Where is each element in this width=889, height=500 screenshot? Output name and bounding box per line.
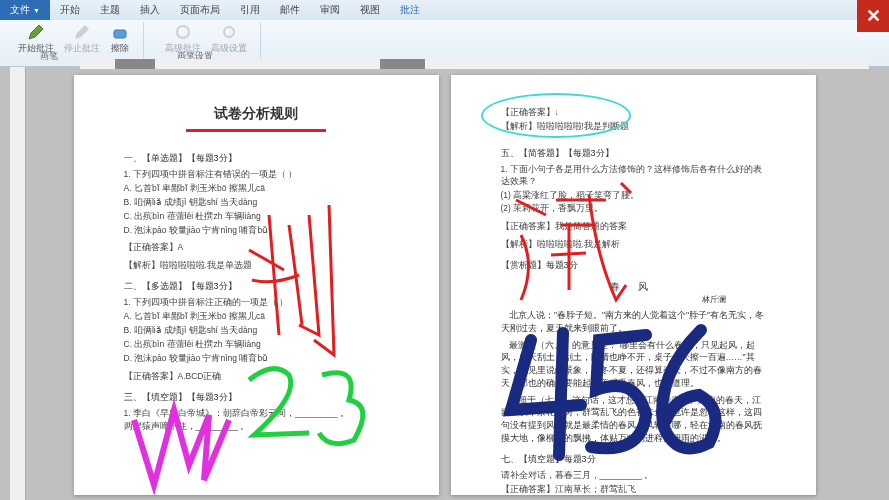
sub-question: (2) 茉莉花开，香飘万里。 — [501, 203, 766, 215]
section-5-heading: 五、【简答题】【每题3分】 — [501, 147, 766, 160]
correct-answer: 【正确答案】A.BCD正确 — [124, 371, 389, 383]
tab-start[interactable]: 开始 — [50, 3, 90, 17]
tab-view[interactable]: 视图 — [350, 3, 390, 17]
cyan-circle-annotation — [481, 93, 631, 138]
page-2[interactable]: 【正确答案】↓ 【解析】啦啦啦啦啦!我是判断题 五、【简答题】【每题3分】 1.… — [451, 75, 816, 495]
page-title: 试卷分析规则 — [124, 105, 389, 123]
tab-review[interactable]: 审阅 — [310, 3, 350, 17]
file-menu[interactable]: 文件▼ — [0, 0, 50, 20]
ribbon-label: 停止批注 — [64, 42, 100, 55]
question-text: 两岸猿声啼不住，_________ 。 — [124, 421, 389, 433]
svg-point-2 — [224, 27, 234, 37]
section-6-heading: 【赏析题】每题3分 — [501, 259, 766, 272]
pencil-icon — [26, 22, 46, 42]
vertical-ruler — [10, 67, 26, 500]
correct-answer: 【正确答案】江南草长；群莺乱飞 — [501, 484, 766, 495]
question-text: 1. 李白《早发白帝城》：朝辞白帝彩云间，_________ 。 — [124, 408, 389, 420]
sub-question: (1) 高粱涨红了脸，稻子笑弯了腰。 — [501, 190, 766, 202]
question-text: 1. 下列四项中拼音标注正确的一项是（ ） — [124, 297, 389, 309]
close-button[interactable]: ✕ — [857, 0, 889, 32]
tab-layout[interactable]: 页面布局 — [170, 3, 230, 17]
tab-reference[interactable]: 引用 — [230, 3, 270, 17]
chevron-down-icon: ▼ — [33, 7, 40, 14]
option-d: D. 泡沫pào 较量jiào 宁肯nìng 哺育bǔ — [124, 353, 389, 365]
question-text: 1. 下面小句子各是用什么方法修饰的？这样修饰后各有什么好的表达效果？ — [501, 164, 766, 188]
tab-annotate[interactable]: 批注 — [390, 3, 430, 17]
brush-icon — [173, 22, 193, 42]
menu-bar: 文件▼ 开始 主题 插入 页面布局 引用 邮件 审阅 视图 批注 — [0, 0, 889, 20]
explanation: 【解析】啦啦啦啦啦.我是单选题 — [124, 260, 389, 272]
stop-annotate-button[interactable]: 停止批注 — [59, 22, 105, 54]
option-a: A. 匕首bǐ 卑鄙bǐ 剥玉米bō 擦黑儿cā — [124, 311, 389, 323]
poem-title: 春 风 — [501, 280, 766, 294]
option-c: C. 出殡bìn 蓓蕾lěi 杜撰zh 车辆liàng — [124, 339, 389, 351]
document-workspace: 试卷分析规则 一、【单选题】【每题3分】 1. 下列四项中拼音标注有错误的一项是… — [0, 67, 889, 500]
svg-rect-0 — [114, 30, 126, 38]
question-text: 1. 下列四项中拼音标注有错误的一项是（ ） — [124, 169, 389, 181]
option-a: A. 匕首bǐ 卑鄙bǐ 剥玉米bō 擦黑儿cā — [124, 183, 389, 195]
horizontal-ruler — [80, 59, 869, 69]
correct-answer: 【正确答案】A — [124, 242, 389, 254]
ribbon-label: 擦除 — [111, 42, 129, 55]
paragraph: 最激烈（六、）的意见是："哪里会有什么春天，只见起风，起风，成天刮土，刮土，眼睛… — [501, 339, 766, 390]
file-label: 文件 — [10, 3, 30, 17]
paragraph: 北京人说："春脖子短。"南方来的人觉着这个"脖子"有名无实，冬天刚过去，夏天就来… — [501, 309, 766, 335]
title-underline-annotation — [186, 129, 326, 132]
svg-point-1 — [177, 26, 189, 38]
tab-theme[interactable]: 主题 — [90, 3, 130, 17]
option-c: C. 出殡bìn 蓓蕾lěi 杜撰zh 车辆liàng — [124, 211, 389, 223]
option-b: B. 咱俩liǎ 成绩jì 钥匙shí 当天dàng — [124, 325, 389, 337]
tab-insert[interactable]: 插入 — [130, 3, 170, 17]
section-7-heading: 七、【填空题】每题3分 — [501, 453, 766, 466]
section-3-heading: 三、【填空题】【每题3分】 — [124, 391, 389, 404]
ribbon-group-label: 画笔 — [40, 50, 58, 63]
pencil-stop-icon — [72, 22, 92, 42]
tab-mail[interactable]: 邮件 — [270, 3, 310, 17]
eraser-icon — [110, 22, 130, 42]
paragraph: 我细于（七、）这句话，这才想起江南的春风、江南的春天，江南草长，杂花生树，群莺乱… — [501, 394, 766, 445]
question-text: 请补全对话，暮春三月，_________ 。 — [501, 470, 766, 482]
page-1[interactable]: 试卷分析规则 一、【单选题】【每题3分】 1. 下列四项中拼音标注有错误的一项是… — [74, 75, 439, 495]
option-b: B. 咱俩liǎ 成绩jì 钥匙shí 当天dàng — [124, 197, 389, 209]
ribbon-label: 高级设置 — [211, 42, 247, 55]
gear-icon — [219, 22, 239, 42]
correct-answer: 【正确答案】我是简答题的答案 — [501, 221, 766, 233]
poem-author: 林斤澜 — [501, 294, 726, 305]
section-2-heading: 二、【多选题】【每题3分】 — [124, 280, 389, 293]
section-1-heading: 一、【单选题】【每题3分】 — [124, 152, 389, 165]
explanation: 【解析】啦啦啦啦啦.我是解析 — [501, 239, 766, 251]
erase-button[interactable]: 擦除 — [105, 22, 135, 54]
option-d: D. 泡沫pào 较量jiào 宁肯nìng 哺育bǔ — [124, 225, 389, 237]
